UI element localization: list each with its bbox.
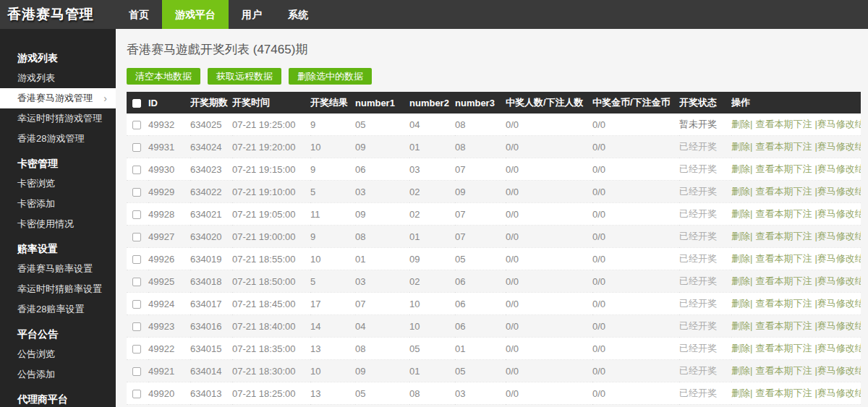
cell-time: 07-21 18:45:00 [232, 293, 310, 315]
edit-result-link[interactable]: 赛马修改结果 [817, 163, 861, 174]
view-bets-link[interactable]: 查看本期下注 [755, 208, 812, 219]
clear-local-data-button[interactable]: 清空本地数据 [127, 68, 200, 85]
delete-link[interactable]: 删除 [731, 231, 750, 241]
cell-result: 5 [310, 270, 355, 293]
edit-result-link[interactable]: 赛马修改结果 [817, 231, 861, 241]
nav-item-2[interactable]: 用户 [229, 0, 275, 29]
edit-result-link[interactable]: 赛马修改结果 [817, 320, 861, 331]
delete-link[interactable]: 删除 [731, 275, 750, 286]
delete-selected-button[interactable]: 删除选中的数据 [289, 68, 372, 85]
view-bets-link[interactable]: 查看本期下注 [755, 141, 812, 152]
cell-result: 9 [310, 226, 355, 248]
edit-result-link[interactable]: 赛马修改结果 [817, 387, 861, 398]
delete-link[interactable]: 删除 [731, 343, 750, 354]
nav-item-0[interactable]: 首页 [116, 0, 162, 29]
row-checkbox[interactable] [132, 255, 141, 264]
action-separator: | [750, 387, 752, 398]
view-bets-link[interactable]: 查看本期下注 [755, 343, 812, 354]
cell-n3: 01 [455, 338, 506, 360]
delete-link[interactable]: 删除 [731, 387, 750, 398]
sidebar-item[interactable]: 幸运时时猜赔率设置 [0, 279, 116, 299]
sidebar-item-label: 卡密使用情况 [17, 218, 74, 229]
delete-link[interactable]: 删除 [731, 141, 750, 152]
edit-result-link[interactable]: 赛马修改结果 [817, 275, 861, 286]
row-checkbox[interactable] [132, 367, 141, 376]
table-row: 4993063402307-21 19:15:0090603070/00/0已经… [127, 158, 861, 181]
view-bets-link[interactable]: 查看本期下注 [755, 275, 812, 286]
row-checkbox[interactable] [132, 278, 141, 286]
row-checkbox[interactable] [132, 188, 141, 197]
cell-winners: 0/0 [506, 113, 592, 136]
cell-actions: 删除|查看本期下注|赛马修改结果 [731, 382, 861, 405]
column-header: 开奖时间 [232, 92, 310, 113]
view-bets-link[interactable]: 查看本期下注 [755, 298, 812, 309]
edit-result-link[interactable]: 赛马修改结果 [817, 253, 861, 264]
sidebar-item[interactable]: 卡密浏览 [0, 173, 116, 194]
view-bets-link[interactable]: 查看本期下注 [755, 163, 812, 174]
delete-link[interactable]: 删除 [731, 365, 750, 376]
column-header: 操作 [731, 92, 861, 113]
action-separator: | [750, 343, 752, 354]
cell-actions: 删除|查看本期下注|赛马修改结果 [731, 158, 861, 181]
delete-link[interactable]: 删除 [731, 208, 750, 219]
nav-item-1[interactable]: 游戏平台 [162, 0, 229, 29]
fetch-remote-data-button[interactable]: 获取远程数据 [208, 68, 281, 85]
view-bets-link[interactable]: 查看本期下注 [755, 365, 812, 376]
delete-link[interactable]: 删除 [731, 119, 750, 129]
edit-result-link[interactable]: 赛马修改结果 [817, 298, 861, 309]
select-all-checkbox[interactable] [132, 99, 141, 108]
delete-link[interactable]: 删除 [731, 298, 750, 309]
row-checkbox[interactable] [132, 210, 141, 219]
cell-period: 634013 [190, 382, 232, 405]
sidebar-item-label: 卡密浏览 [17, 178, 55, 189]
edit-result-link[interactable]: 赛马修改结果 [817, 208, 861, 219]
view-bets-link[interactable]: 查看本期下注 [755, 387, 812, 398]
sidebar-item[interactable]: 香港28游戏管理 [0, 129, 116, 149]
edit-result-link[interactable]: 赛马修改结果 [817, 365, 861, 376]
delete-link[interactable]: 删除 [731, 253, 750, 264]
sidebar-item[interactable]: 公告浏览 [0, 344, 116, 364]
row-checkbox[interactable] [132, 121, 141, 129]
edit-result-link[interactable]: 赛马修改结果 [817, 186, 861, 197]
table-row: 4992063401307-21 18:25:00130508030/00/0已… [127, 382, 861, 405]
cell-id: 49924 [148, 293, 190, 315]
row-checkbox[interactable] [132, 143, 141, 152]
edit-result-link[interactable]: 赛马修改结果 [817, 141, 861, 152]
action-separator: | [750, 320, 752, 331]
delete-link[interactable]: 删除 [731, 186, 750, 197]
row-checkbox[interactable] [132, 166, 141, 174]
sidebar-item[interactable]: 香港赛马赔率设置 [0, 259, 116, 279]
edit-result-link[interactable]: 赛马修改结果 [817, 343, 861, 354]
nav-item-3[interactable]: 系统 [275, 0, 321, 29]
sidebar-item[interactable]: 游戏列表 [0, 68, 116, 88]
sidebar-item[interactable]: 卡密添加 [0, 194, 116, 214]
view-bets-link[interactable]: 查看本期下注 [755, 119, 812, 129]
sidebar-item[interactable]: 卡密使用情况 [0, 214, 116, 234]
sidebar-item[interactable]: 公告添加 [0, 364, 116, 385]
sidebar-item[interactable]: 香港赛马游戏管理› [0, 88, 116, 108]
cell-id: 49932 [148, 113, 190, 136]
delete-link[interactable]: 删除 [731, 320, 750, 331]
sidebar-item[interactable]: 香港28赔率设置 [0, 299, 116, 320]
view-bets-link[interactable]: 查看本期下注 [755, 320, 812, 331]
row-select-cell [127, 270, 148, 293]
row-checkbox[interactable] [132, 345, 141, 354]
row-checkbox[interactable] [132, 322, 141, 331]
cell-period: 634015 [190, 338, 232, 360]
cell-n2: 09 [409, 248, 455, 270]
row-checkbox[interactable] [132, 390, 141, 398]
main-content: 香港赛马遊戲开奖列表 (47465)期 清空本地数据获取远程数据删除选中的数据 … [116, 29, 868, 407]
action-separator: | [750, 119, 752, 129]
row-checkbox[interactable] [132, 300, 141, 309]
view-bets-link[interactable]: 查看本期下注 [755, 186, 812, 197]
row-checkbox[interactable] [132, 233, 141, 241]
sidebar-item[interactable]: 幸运时时猜游戏管理 [0, 108, 116, 129]
edit-result-link[interactable]: 赛马修改结果 [817, 119, 861, 129]
cell-winners: 0/0 [506, 293, 592, 315]
view-bets-link[interactable]: 查看本期下注 [755, 253, 812, 264]
delete-link[interactable]: 删除 [731, 163, 750, 174]
cell-actions: 删除|查看本期下注|赛马修改结果 [731, 181, 861, 203]
view-bets-link[interactable]: 查看本期下注 [755, 231, 812, 241]
cell-result: 11 [310, 203, 355, 226]
cell-coins: 0/0 [592, 181, 679, 203]
